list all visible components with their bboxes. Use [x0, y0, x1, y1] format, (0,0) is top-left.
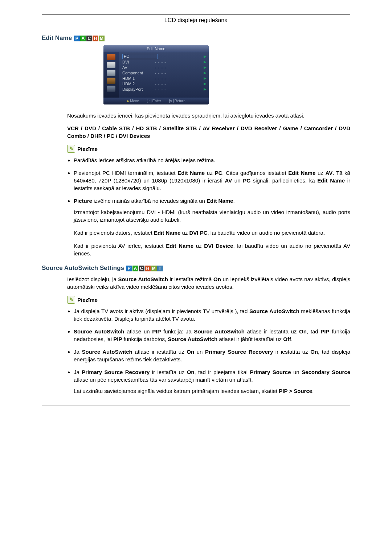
badge-p-icon: P: [126, 266, 132, 271]
list-item: Ja displeja TV avots ir aktīvs (displeja…: [74, 307, 350, 323]
text: ir iestatīta uz: [150, 369, 187, 375]
text: Ieslēdzot displeju, ja: [67, 276, 118, 282]
bold: Secondary Source: [302, 369, 350, 375]
list-item: Parādītās ierīces atšķiras atkarībā no ā…: [74, 156, 350, 164]
osd-row: DVI - - - - ▶: [122, 59, 207, 65]
text: atlase un pēc nepieciešamības tās var sa…: [74, 377, 253, 383]
list-item: Ja Source AutoSwitch atlase ir iestatīta…: [74, 348, 350, 363]
bold: AV: [225, 177, 232, 184]
osd-row-value: - - - -: [155, 76, 204, 81]
options-text: VCR / DVD / Cable STB / HD STB / Satelli…: [67, 125, 350, 139]
bold: PC: [243, 177, 250, 184]
bold: DVI Device: [204, 243, 233, 249]
osd-footer-move: Move: [127, 99, 139, 103]
osd-row-arrow-icon: ▶: [204, 82, 207, 86]
osd-row-label: HDMI1: [122, 76, 155, 81]
intro-paragraph: Nosaukums ievades ierīcei, kas pievienot…: [67, 112, 350, 119]
bold: Edit Name: [154, 230, 180, 236]
bold: Source AutoSwitch: [82, 349, 132, 355]
list-item: Ja Primary Source Recovery ir iestatīta …: [74, 368, 350, 395]
osd-footer-label: Return: [175, 99, 185, 103]
enter-icon: ↵: [147, 99, 151, 103]
text: atlasei ir jābūt iestatītai uz: [217, 336, 283, 342]
bold: PC: [215, 170, 222, 176]
page-header-title: LCD displeja regulēšana: [42, 17, 350, 24]
bold: Picture: [74, 198, 92, 204]
osd-row-arrow-icon: ▶: [204, 54, 207, 58]
osd-footer-return: ⟲Return: [169, 99, 185, 103]
bold: Source AutoSwitch: [118, 276, 168, 282]
note-label: Piezīme: [77, 145, 98, 153]
section-autoswitch-heading: Source AutoSwitch Settings PACHMT: [42, 264, 350, 272]
osd-row-value: - - - -: [155, 60, 204, 64]
osd-menu-figure: Edit Name PC - - - - ▶ DVI - - - - ▶: [103, 45, 209, 104]
badge-h-icon: H: [93, 36, 98, 41]
bold: Primary Source Recovery: [82, 369, 150, 375]
text: Kad ir pievienots dators, iestatiet: [74, 230, 154, 236]
osd-row: HDMI1 - - - - ▶: [122, 75, 207, 81]
text: funkcija: Ja: [161, 328, 194, 335]
osd-row-value: - - - -: [158, 54, 204, 59]
bold: Primary Source Recovery: [205, 349, 273, 355]
osd-footer-label: Move: [130, 99, 139, 103]
text: Lai uzzinātu savietojamos signāla veidus…: [74, 388, 279, 394]
text: .: [312, 388, 314, 394]
heading-text: Edit Name: [42, 34, 72, 41]
osd-footer-label: Enter: [152, 99, 161, 103]
bold: Off: [283, 336, 291, 342]
badge-m-icon: M: [151, 266, 157, 271]
text: Ja: [74, 349, 82, 355]
text: funkcija darbotos,: [122, 336, 168, 342]
osd-row-value: - - - -: [155, 87, 204, 91]
note-label: Piezīme: [77, 296, 98, 304]
section-edit-name-heading: Edit Name PACHM: [42, 34, 350, 42]
osd-row-label: DisplayPort: [122, 87, 155, 91]
bold: On: [310, 349, 318, 355]
list-item: Picture izvēlne mainās atkarībā no ievad…: [74, 197, 350, 257]
badge-h-icon: H: [145, 266, 151, 271]
osd-side-icon: [107, 54, 115, 60]
top-rule: [42, 15, 350, 15]
text: un: [291, 369, 302, 375]
bold: Primary Source: [250, 369, 291, 375]
text: Kad ir pievienota AV ierīce, iestatiet: [74, 243, 166, 249]
bold: Edit Name: [166, 243, 193, 249]
badge-t-icon: T: [157, 266, 163, 271]
bold: DVI PC: [189, 230, 208, 236]
osd-row-value: - - - -: [155, 71, 204, 75]
text: signāli, pārliecinieties, ka: [250, 177, 317, 184]
bottom-rule: [42, 406, 350, 406]
bold: PIP: [152, 328, 161, 335]
list-item: Pievienojot PC HDMI terminālim, iestatie…: [74, 169, 350, 192]
text: un: [232, 177, 243, 184]
bold: PIP > Source: [279, 388, 312, 394]
badge-c-icon: C: [86, 36, 92, 41]
bold: Source AutoSwitch: [168, 336, 217, 342]
sub-paragraph: Kad ir pievienota AV ierīce, iestatiet E…: [74, 242, 350, 257]
text: , lai baudītu video un audio no pievieno…: [208, 230, 325, 236]
heading-text: Source AutoSwitch Settings: [42, 264, 124, 271]
osd-footer: Move ↵Enter ⟲Return: [103, 98, 209, 104]
bold: Source AutoSwitch: [74, 328, 124, 335]
text: Pievienojot PC HDMI terminālim, iestatie…: [74, 170, 177, 176]
note-icon: ✎: [67, 296, 75, 304]
osd-row: PC - - - - ▶: [122, 54, 207, 59]
text: izvēlne mainās atkarībā no ievades signā…: [92, 198, 207, 204]
text: .: [233, 198, 234, 204]
badge-a-icon: A: [132, 266, 138, 271]
osd-side-icon: [107, 86, 115, 92]
text: ir iestatīta režīmā: [168, 276, 213, 282]
text: , tad ir pieejama tikai: [195, 369, 250, 375]
bold: Edit Name: [207, 198, 233, 204]
osd-side-icon: [107, 62, 115, 68]
osd-side-icon: [107, 78, 115, 84]
osd-row-arrow-icon: ▶: [204, 87, 207, 91]
osd-row-label: HDMI2: [122, 82, 155, 86]
osd-title: Edit Name: [103, 45, 209, 52]
badge-c-icon: C: [139, 266, 144, 271]
text: atlase un: [124, 328, 152, 335]
list-item: Source AutoSwitch atlase un PIP funkcija…: [74, 328, 350, 343]
osd-list: PC - - - - ▶ DVI - - - - ▶ AV - - - - ▶ …: [119, 52, 209, 98]
osd-icon-column: [103, 52, 119, 98]
bold: Edit Name: [317, 177, 345, 184]
